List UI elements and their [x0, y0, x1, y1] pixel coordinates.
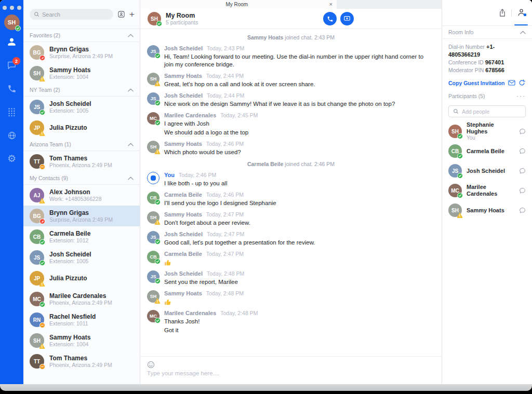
section-header: Favorites (2): [23, 29, 140, 42]
dial-in-row: Dial-in Number +1-4805366219: [448, 43, 526, 59]
chat-bubble-icon[interactable]: [519, 128, 526, 135]
contact-name: Tom Thames: [49, 155, 112, 162]
contact-row[interactable]: BGBrynn GrigasSurprise, Arizona 2:49 PM: [23, 42, 140, 63]
nav-calls-button[interactable]: [0, 77, 23, 100]
message-header: Marilee CardenalesToday, 2:48 PM: [164, 310, 258, 317]
nav-contacts-button[interactable]: [0, 30, 23, 53]
contact-row[interactable]: SHSammy HoatsExtension: 1004: [23, 63, 140, 84]
contact-row[interactable]: BGBrynn GrigasSurprise, Arizona 2:49 PM: [23, 206, 140, 226]
add-contact-button[interactable]: +: [129, 9, 135, 20]
avatar: SH: [147, 290, 159, 303]
chevron-up-icon[interactable]: [128, 176, 134, 180]
copy-guest-invitation-link[interactable]: Copy Guest Invitation: [448, 80, 505, 86]
start-call-button[interactable]: [323, 12, 337, 25]
nav-rail: SH 2 ⚙: [0, 0, 23, 384]
room-info-title: Room Info: [448, 29, 473, 35]
search-box[interactable]: [30, 9, 113, 20]
share-icon[interactable]: [499, 8, 506, 17]
contact-row[interactable]: RNRachel NesfieldExtension: 1011: [23, 309, 140, 330]
contact-row[interactable]: TTTom ThamesPhoenix, Arizona 2:49 PM: [23, 351, 140, 372]
chat-bubble-icon[interactable]: [519, 168, 526, 174]
participant-row[interactable]: SHStephanie HughesYou: [442, 121, 532, 141]
emoji-icon[interactable]: [147, 361, 155, 369]
window-control-dot[interactable]: [10, 6, 14, 10]
system-message-name: Sammy Hoats: [247, 34, 283, 40]
contact-text: Marilee CardenalesPhoenix, Arizona 2:49 …: [49, 292, 112, 306]
section-header: NY Team (2): [23, 84, 140, 97]
contact-row[interactable]: JSJosh ScheidelExtension: 1005: [23, 97, 140, 117]
chat-header: SH My Room 5 participants: [140, 9, 442, 29]
chat-bubble-icon[interactable]: [519, 187, 526, 194]
contact-row[interactable]: JSJosh ScheidelExtension: 1005: [23, 247, 140, 268]
participants-panel-icon[interactable]: [517, 8, 526, 18]
message-input[interactable]: [147, 370, 418, 382]
participant-row[interactable]: SHSammy Hoats: [442, 200, 532, 220]
chat-message: CBCarmela BeileToday, 2:46 PMI'll send y…: [140, 189, 442, 209]
tab-title: My Room: [144, 2, 329, 7]
contact-row[interactable]: JPJulia Pizzuto: [23, 268, 140, 289]
message-author: Marilee Cardenales: [164, 310, 216, 317]
message-author: Sammy Hoats: [164, 141, 202, 147]
avatar-initials: BG: [33, 213, 41, 219]
globe-icon: [7, 131, 17, 140]
chat-message: YouToday, 2:46 PMI like both - up to you…: [140, 170, 442, 189]
window-control-dot[interactable]: [3, 6, 7, 10]
tab-my-room[interactable]: My Room ×: [140, 0, 337, 9]
search-input[interactable]: [42, 11, 109, 18]
contact-subtitle: Phoenix, Arizona 2:49 PM: [49, 162, 112, 169]
avatar: JS: [147, 45, 159, 58]
tab-close-icon[interactable]: ×: [329, 2, 332, 7]
contacts-sidebar: + Favorites (2)BGBrynn GrigasSurprise, A…: [23, 0, 140, 384]
message-text: I'll send you the logo I designed Stepha…: [164, 199, 276, 207]
mail-icon[interactable]: [508, 80, 515, 86]
directory-icon[interactable]: [117, 10, 125, 18]
nav-settings-button[interactable]: ⚙: [0, 147, 23, 170]
status-available-icon: [155, 318, 161, 323]
contact-row[interactable]: AJAlex JohnsonWork: +14805366228: [23, 185, 140, 206]
participant-row[interactable]: MCMarilee Cardenales: [442, 181, 532, 200]
contact-name: Sammy Hoats: [49, 66, 90, 74]
avatar-initials: CB: [33, 234, 41, 240]
add-people-input[interactable]: [462, 108, 532, 115]
avatar-initials: JS: [34, 255, 40, 261]
screen-share-button[interactable]: [340, 12, 354, 25]
contact-row[interactable]: JPJulia Pizzuto: [23, 117, 140, 138]
nav-web-button[interactable]: [0, 124, 23, 147]
contact-text: Julia Pizzuto: [49, 124, 87, 131]
chevron-up-icon[interactable]: [520, 31, 526, 34]
status-available-icon: [155, 120, 161, 126]
profile-avatar[interactable]: SH: [4, 15, 20, 30]
panel-badge: [524, 13, 526, 16]
message-time: Today, 2:46 PM: [179, 172, 216, 179]
message-header: Sammy HoatsToday, 2:46 PM: [164, 141, 244, 147]
screen-share-icon: [343, 15, 351, 22]
avatar-initials: SH: [33, 338, 41, 344]
avatar: SH: [147, 141, 159, 153]
refresh-icon[interactable]: [518, 79, 525, 86]
nav-dialpad-button[interactable]: [0, 100, 23, 124]
participant-row[interactable]: CBCarmela Beile: [442, 141, 532, 161]
more-options-icon[interactable]: ···: [516, 92, 526, 100]
avatar-initials: MC: [451, 188, 459, 194]
add-people-box[interactable]: [448, 105, 526, 117]
window-controls[interactable]: [3, 6, 21, 10]
contact-row[interactable]: MCMarilee CardenalesPhoenix, Arizona 2:4…: [23, 289, 140, 309]
chat-bubble-icon[interactable]: [519, 148, 526, 155]
contact-row[interactable]: TTTom ThamesPhoenix, Arizona 2:49 PM: [23, 151, 140, 172]
message-time: Today, 2:47 PM: [206, 251, 244, 257]
message-author: Sammy Hoats: [164, 290, 202, 297]
call-buttons: [323, 12, 354, 25]
status-dnd-icon: [39, 322, 45, 328]
chevron-up-icon[interactable]: [128, 34, 134, 37]
chevron-up-icon[interactable]: [128, 143, 134, 146]
contact-row[interactable]: SHSammy HoatsExtension: 1004: [23, 330, 140, 351]
chevron-up-icon[interactable]: [128, 88, 134, 92]
status-away-icon: [39, 281, 45, 287]
window-control-dot[interactable]: [17, 6, 21, 10]
avatar-initials: TT: [34, 159, 40, 165]
message-text: Thanks Josh!: [164, 318, 258, 325]
contact-row[interactable]: CBCarmela BeileExtension: 1012: [23, 226, 140, 247]
nav-chats-button[interactable]: 2: [0, 53, 23, 77]
participant-row[interactable]: JSJosh Scheidel: [442, 161, 532, 181]
chat-bubble-icon[interactable]: [519, 207, 526, 214]
